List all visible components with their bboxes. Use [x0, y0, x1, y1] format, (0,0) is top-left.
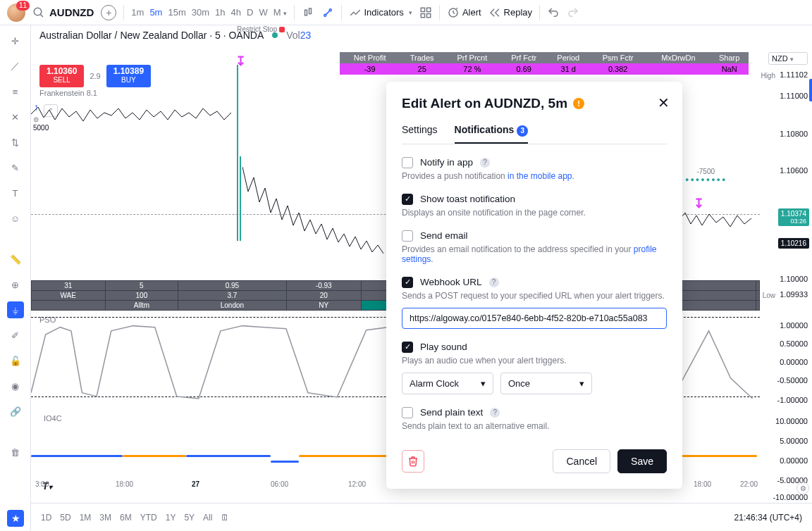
trash-icon[interactable]: 🗑 — [7, 444, 24, 461]
checkbox-plaintext[interactable] — [402, 407, 413, 418]
range-all[interactable]: All — [203, 513, 212, 523]
range-1d[interactable]: 1D — [41, 513, 51, 523]
close-icon[interactable]: ✕ — [658, 94, 670, 111]
info-icon[interactable]: ? — [480, 158, 490, 168]
right-handle[interactable] — [809, 79, 812, 101]
chevron-down-icon: ▾ — [579, 378, 584, 389]
ruler-icon[interactable]: 📏 — [7, 251, 24, 268]
tf-W[interactable]: W — [259, 7, 267, 18]
tf-1m[interactable]: 1m — [131, 7, 144, 18]
currency-select[interactable]: NZD — [768, 52, 808, 65]
checkbox-toast[interactable]: ✓ — [402, 194, 413, 205]
clock[interactable]: 21:46:34 (UTC+4) — [734, 513, 802, 523]
range-1m[interactable]: 1M — [80, 513, 92, 523]
svg-rect-10 — [426, 13, 430, 17]
tf-5m[interactable]: 5m — [149, 7, 162, 18]
tf-15m[interactable]: 15m — [168, 7, 185, 18]
lock-icon[interactable]: 🔓 — [7, 352, 24, 369]
range-bar: 1D 5D 1M 3M 6M YTD 1Y 5Y All 🗓 21:46:34 … — [31, 503, 812, 531]
tf-30m[interactable]: 30m — [192, 7, 209, 18]
chart-header: Australian Dollar / New Zealand Dollar ·… — [39, 30, 749, 41]
pair-title[interactable]: Australian Dollar / New Zealand Dollar ·… — [39, 30, 264, 41]
zoom-icon[interactable]: ⊕ — [7, 276, 24, 293]
range-3m[interactable]: 3M — [99, 513, 111, 523]
alert-icon — [447, 6, 460, 19]
repeat-select[interactable]: Once▾ — [500, 373, 592, 394]
io4c-title: IO4C — [44, 414, 62, 423]
symbol-search[interactable]: AUDNZD — [32, 6, 94, 19]
range-6m[interactable]: 6M — [120, 513, 132, 523]
indicators-button[interactable]: Indicators — [349, 6, 412, 19]
save-button[interactable]: Save — [617, 449, 667, 473]
tf-M[interactable]: M — [273, 7, 287, 18]
price-axis[interactable]: NZD High 1.11102 1.11000 1.10800 1.10600… — [760, 51, 812, 531]
emoji-icon[interactable]: ☺ — [7, 210, 24, 227]
checkbox-notify-app[interactable] — [402, 157, 413, 168]
text-icon[interactable]: T — [7, 185, 24, 201]
add-symbol-button[interactable]: + — [101, 5, 116, 20]
notif-badge: 11 — [16, 1, 30, 11]
delete-alert-button[interactable] — [402, 450, 424, 473]
notif-count-pill: 3 — [517, 125, 528, 137]
info-icon[interactable]: ? — [490, 408, 500, 418]
goto-date-icon[interactable]: 🗓 — [221, 513, 229, 523]
left-drawing-rail: ✛ ／ ≡ ✕ ⇅ ✎ T ☺ 📏 ⊕ ⏚ ✐ 🔓 ◉ 🔗 🗑 — [0, 25, 31, 531]
svg-line-13 — [453, 13, 455, 14]
eye-icon[interactable]: ◉ — [7, 377, 24, 394]
range-ytd[interactable]: YTD — [140, 513, 157, 523]
range-1y[interactable]: 1Y — [166, 513, 176, 523]
high-label: High — [761, 72, 775, 80]
svg-rect-3 — [309, 8, 311, 14]
svg-rect-7 — [421, 8, 424, 11]
avatar[interactable]: 11 — [7, 4, 25, 22]
tab-settings[interactable]: Settings — [402, 124, 438, 144]
alert-button[interactable]: Alert — [447, 6, 481, 19]
undo-icon[interactable] — [547, 6, 560, 19]
info-icon[interactable]: ? — [489, 277, 499, 287]
range-5d[interactable]: 5D — [60, 513, 70, 523]
low-label: Low — [763, 292, 775, 299]
brush-icon[interactable]: ✎ — [7, 159, 24, 176]
fib-icon[interactable]: ≡ — [7, 83, 24, 100]
tab-notifications[interactable]: Notifications3 — [455, 124, 529, 144]
tf-D[interactable]: D — [247, 7, 253, 18]
trendline-icon[interactable]: ／ — [7, 58, 24, 75]
range-5y[interactable]: 5Y — [184, 513, 195, 523]
search-icon — [32, 6, 45, 19]
tf-1h[interactable]: 1h — [215, 7, 225, 18]
svg-rect-2 — [304, 10, 307, 15]
svg-line-14 — [456, 8, 457, 9]
replay-button[interactable]: Replay — [488, 6, 532, 19]
pattern-icon[interactable]: ✕ — [7, 108, 24, 125]
webhook-url-input[interactable] — [402, 308, 667, 329]
svg-line-6 — [326, 11, 329, 14]
checkbox-sound[interactable]: ✓ — [402, 342, 413, 353]
favorites-icon[interactable]: ★ — [7, 510, 24, 527]
cross-icon[interactable]: ✛ — [7, 32, 24, 49]
svg-rect-9 — [421, 13, 424, 17]
volume-label: Vol23 — [286, 30, 311, 41]
mobile-app-link[interactable]: in the mobile app — [508, 171, 572, 181]
replay-icon — [488, 6, 501, 19]
templates-icon[interactable] — [419, 6, 432, 19]
current-price-tag: 1.1037403:26 — [778, 208, 809, 226]
tf-4h[interactable]: 4h — [231, 7, 241, 18]
redo-icon[interactable] — [567, 6, 579, 19]
cancel-button[interactable]: Cancel — [553, 449, 610, 473]
checkbox-webhook[interactable]: ✓ — [402, 277, 413, 288]
price-tag-dark: 1.10216 — [778, 238, 809, 249]
magnet-icon[interactable]: ⏚ — [7, 301, 24, 318]
projection-icon[interactable]: ⇅ — [7, 134, 24, 151]
svg-point-0 — [34, 8, 42, 15]
edit-icon[interactable]: ✐ — [7, 327, 24, 344]
candles-icon[interactable] — [302, 6, 314, 19]
top-toolbar: 11 AUDNZD + 1m 5m 15m 30m 1h 4h D W M In… — [0, 0, 812, 25]
svg-rect-8 — [426, 8, 430, 11]
sound-select[interactable]: Alarm Clock▾ — [402, 373, 493, 394]
axis-settings-icon[interactable]: ⚙ — [796, 482, 809, 494]
checkbox-email[interactable] — [402, 230, 413, 242]
link-icon[interactable]: 🔗 — [7, 403, 24, 420]
modal-title: Edit Alert on AUDNZD, 5m ! — [402, 96, 667, 111]
linestyle-icon[interactable] — [321, 6, 334, 19]
svg-line-1 — [40, 14, 43, 17]
